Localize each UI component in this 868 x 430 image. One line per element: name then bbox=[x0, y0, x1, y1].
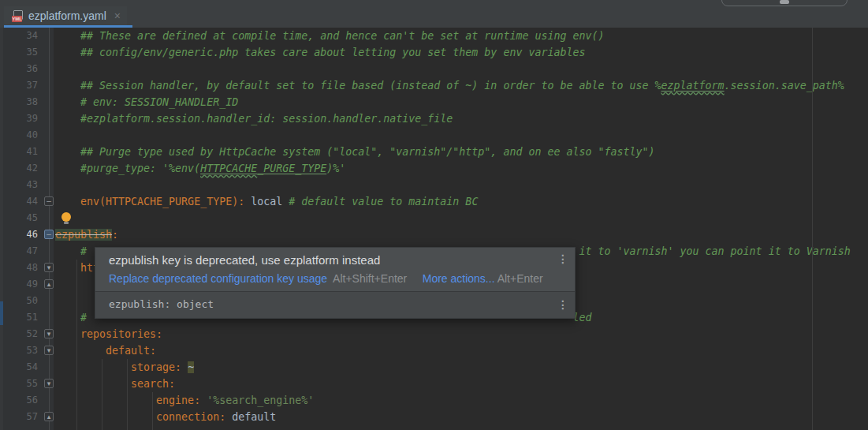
code-text: env(HTTPCACHE_PURGE_TYPE): local # defau… bbox=[55, 193, 478, 210]
indent-guide bbox=[127, 359, 128, 430]
code-token: #ezplatform.session.handler_id: session.… bbox=[55, 113, 453, 125]
code-text: ## Purge type used by HttpCache system (… bbox=[55, 144, 655, 160]
run-widget-icon bbox=[780, 0, 789, 4]
line-number: 40 bbox=[0, 127, 38, 144]
code-token: default: bbox=[106, 345, 156, 357]
code-line[interactable]: 34 ## These are defined at compile time,… bbox=[0, 28, 868, 44]
code-line[interactable]: 45 bbox=[0, 210, 868, 226]
code-token bbox=[55, 378, 131, 390]
code-token: ezplatform bbox=[661, 80, 725, 92]
code-line[interactable]: 43 bbox=[0, 177, 868, 193]
line-number: 49 bbox=[0, 276, 38, 293]
code-line[interactable]: 56 engine: '%search_engine%' bbox=[0, 392, 868, 409]
code-token: led bbox=[572, 312, 591, 323]
line-number: 47 bbox=[0, 243, 38, 260]
code-line[interactable]: 39 #ezplatform.session.handler_id: sessi… bbox=[0, 110, 868, 127]
right-margin-guide bbox=[812, 28, 813, 430]
editor-tab[interactable]: YML ezplatform.yaml × bbox=[4, 6, 127, 25]
tab-close-icon[interactable]: × bbox=[114, 10, 121, 21]
code-token: ## Session handler, by default set to fi… bbox=[55, 80, 661, 92]
line-number: 56 bbox=[0, 392, 38, 409]
fold-marker[interactable]: ▴ bbox=[44, 279, 54, 289]
tab-label: ezplatform.yaml bbox=[28, 9, 106, 22]
code-line[interactable]: 40 bbox=[0, 127, 868, 144]
intention-bulb-icon[interactable] bbox=[61, 212, 72, 225]
popup-doc-line: ezpublish: object bbox=[109, 298, 214, 310]
code-token bbox=[225, 411, 232, 423]
fold-marker[interactable]: − bbox=[44, 230, 54, 239]
code-token: ezpublish bbox=[55, 229, 112, 241]
editor[interactable]: 34 ## These are defined at compile time,… bbox=[0, 28, 868, 430]
line-number: 41 bbox=[0, 144, 38, 160]
code-token: engine: bbox=[156, 394, 200, 406]
line-number: 38 bbox=[0, 94, 38, 110]
line-number: 51 bbox=[0, 309, 38, 326]
code-text: search: bbox=[55, 376, 175, 392]
fold-marker[interactable]: ▴ bbox=[44, 412, 54, 421]
code-token: storage: bbox=[131, 361, 181, 373]
code-line[interactable]: 53 default: bbox=[0, 342, 868, 359]
code-token bbox=[200, 394, 207, 406]
code-line[interactable]: 35 ## config/env/generic.php takes care … bbox=[0, 44, 868, 61]
popup-actions-row: Replace deprecated configuration key usa… bbox=[109, 272, 543, 285]
code-token: # bbox=[80, 312, 87, 323]
line-number: 36 bbox=[0, 61, 38, 77]
code-token: # default value to maintain BC bbox=[289, 196, 478, 208]
code-text: ezpublish: bbox=[55, 226, 118, 243]
code-token: ## config/env/generic.php takes care abo… bbox=[55, 47, 585, 58]
indent-guide bbox=[102, 359, 102, 430]
code-line[interactable]: 57 connection: default bbox=[0, 409, 868, 425]
fold-marker[interactable]: ▾ bbox=[44, 263, 54, 272]
quickfix-link[interactable]: Replace deprecated configuration key usa… bbox=[109, 272, 327, 285]
code-line[interactable]: 41 ## Purge type used by HttpCache syste… bbox=[0, 144, 868, 160]
code-line[interactable]: 44 env(HTTPCACHE_PURGE_TYPE): local # de… bbox=[0, 193, 868, 210]
popup-doc-section: ezpublish: object ⋮ bbox=[95, 291, 575, 318]
code-text: connection: default bbox=[55, 409, 276, 425]
code-token: _PURGE_TYPE bbox=[257, 163, 326, 174]
code-token bbox=[181, 361, 188, 373]
code-line[interactable]: 52 repositories: bbox=[0, 326, 868, 342]
line-number: 45 bbox=[0, 210, 38, 226]
fold-marker[interactable]: ▾ bbox=[44, 379, 54, 388]
kebab-menu-icon[interactable]: ⋮ bbox=[557, 252, 568, 265]
code-line[interactable]: 46ezpublish: bbox=[0, 226, 868, 243]
line-number: 44 bbox=[0, 193, 38, 210]
code-token: ~ bbox=[188, 361, 194, 373]
fold-marker[interactable]: ▾ bbox=[44, 346, 54, 355]
title-bar bbox=[0, 0, 868, 6]
code-line[interactable]: 42 #purge_type: '%env(HTTPCACHE_PURGE_TY… bbox=[0, 160, 868, 177]
code-text: engine: '%search_engine%' bbox=[55, 392, 314, 409]
code-token bbox=[55, 411, 156, 423]
code-token: search: bbox=[131, 378, 175, 390]
fold-marker[interactable]: − bbox=[44, 196, 54, 206]
kebab-menu-icon[interactable]: ⋮ bbox=[557, 298, 568, 311]
code-line[interactable]: 38 # env: SESSION_HANDLER_ID bbox=[0, 94, 868, 110]
line-number: 54 bbox=[0, 359, 38, 376]
deprecation-popup: ezpublish key is deprecated, use ezplatf… bbox=[95, 247, 576, 319]
code-token: #purge_type: '%env( bbox=[55, 163, 200, 174]
code-token: env(HTTPCACHE_PURGE_TYPE): bbox=[80, 196, 244, 208]
line-number: 35 bbox=[0, 44, 38, 61]
code-line[interactable]: 54 storage: ~ bbox=[0, 359, 868, 376]
code-line[interactable]: 55 search: bbox=[0, 376, 868, 392]
code-line[interactable]: 37 ## Session handler, by default set to… bbox=[0, 77, 868, 94]
line-number: 42 bbox=[0, 160, 38, 177]
code-text: ## config/env/generic.php takes care abo… bbox=[55, 44, 585, 61]
code-token bbox=[55, 196, 80, 208]
code-token: .session.save_path% bbox=[725, 80, 844, 92]
line-number: 55 bbox=[0, 376, 38, 392]
run-widget-fragment[interactable] bbox=[721, 0, 848, 6]
code-token bbox=[55, 394, 156, 406]
fold-marker[interactable]: ▾ bbox=[44, 329, 54, 338]
code-token: '%search_engine%' bbox=[207, 394, 314, 406]
code-token: # bbox=[80, 245, 87, 257]
more-actions-link[interactable]: More actions... bbox=[423, 272, 495, 285]
code-token: : bbox=[112, 229, 118, 241]
code-text: repositories: bbox=[55, 326, 162, 342]
line-number: 46 bbox=[0, 226, 38, 243]
line-number: 39 bbox=[0, 110, 38, 127]
code-line[interactable]: 36 bbox=[0, 61, 868, 77]
tab-bar: YML ezplatform.yaml × bbox=[0, 6, 868, 28]
code-token bbox=[55, 345, 106, 357]
code-token: ## These are defined at compile time, an… bbox=[55, 30, 604, 42]
